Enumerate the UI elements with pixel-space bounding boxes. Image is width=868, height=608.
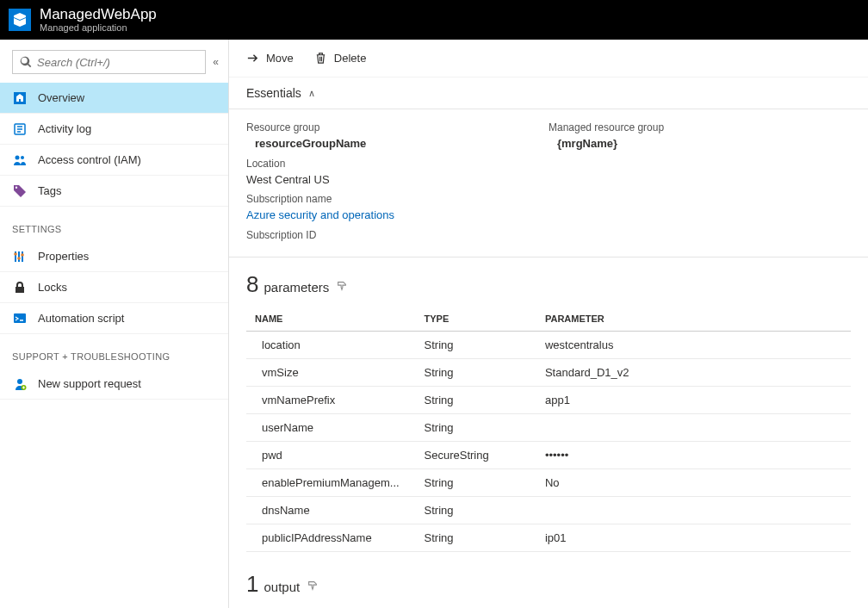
toolbar: Move Delete xyxy=(229,40,868,78)
location-value: West Central US xyxy=(246,171,549,189)
sidebar-item-label: Automation script xyxy=(38,312,124,325)
table-row[interactable]: dnsNameString xyxy=(246,496,851,524)
resource-group-label: Resource group xyxy=(246,120,549,135)
cell-type: String xyxy=(416,386,536,413)
col-type: TYPE xyxy=(416,307,536,332)
cell-param: ip01 xyxy=(536,524,851,551)
subscription-name-link[interactable]: Azure security and operations xyxy=(246,207,549,224)
svg-point-8 xyxy=(17,379,22,384)
sidebar-item-label: Activity log xyxy=(38,122,91,135)
parameters-count: 8 xyxy=(246,271,258,298)
sidebar-item-label: New support request xyxy=(38,377,141,390)
delete-button[interactable]: Delete xyxy=(314,52,367,65)
sidebar: « Overview Activity log Access control (… xyxy=(0,40,229,608)
sidebar-item-new-support[interactable]: New support request xyxy=(0,369,228,400)
top-bar: ManagedWebApp Managed application xyxy=(0,0,868,40)
essentials-toggle[interactable]: Essentials ∧ xyxy=(229,78,868,109)
subscription-name-label: Subscription name xyxy=(246,191,549,207)
pin-icon[interactable] xyxy=(336,280,348,295)
parameters-table: NAME TYPE PARAMETER locationStringwestce… xyxy=(246,307,851,552)
managed-rg-label: Managed resource group xyxy=(549,120,851,135)
table-row[interactable]: userNameString xyxy=(246,413,851,441)
cell-type: String xyxy=(416,413,536,441)
page-title: ManagedWebApp xyxy=(40,6,157,23)
cell-name: location xyxy=(246,331,416,358)
cell-type: String xyxy=(416,468,536,496)
svg-point-6 xyxy=(21,253,24,257)
svg-point-4 xyxy=(14,252,17,256)
svg-point-2 xyxy=(16,155,20,159)
cell-name: pwd xyxy=(246,441,416,468)
sidebar-item-label: Overview xyxy=(38,91,84,104)
cell-type: String xyxy=(416,358,536,386)
svg-point-5 xyxy=(17,257,21,260)
cell-param: No xyxy=(536,468,851,496)
cell-name: enablePremiumManagem... xyxy=(246,468,416,496)
move-button[interactable]: Move xyxy=(246,52,294,65)
outputs-section: 1 output NAME TYPE OUTPUT applicationEnd… xyxy=(229,557,868,609)
parameters-section: 8 parameters NAME TYPE PARAMETER locatio… xyxy=(229,257,868,557)
cell-param: •••••• xyxy=(536,441,851,468)
table-row[interactable]: enablePremiumManagem...StringNo xyxy=(246,468,851,496)
trash-icon xyxy=(314,52,327,65)
cell-param: westcentralus xyxy=(536,331,851,358)
search-icon xyxy=(20,56,32,68)
essentials-label: Essentials xyxy=(246,86,301,100)
activity-log-icon xyxy=(12,121,28,137)
essentials-panel: Resource group resourceGroupName Locatio… xyxy=(229,109,868,257)
managed-rg-value: {mrgName} xyxy=(549,135,851,152)
topbar-titles: ManagedWebApp Managed application xyxy=(40,6,157,34)
outputs-count: 1 xyxy=(246,571,258,598)
properties-icon xyxy=(12,249,28,264)
outputs-title: output xyxy=(264,580,300,594)
collapse-sidebar-button[interactable]: « xyxy=(213,56,216,68)
sidebar-item-overview[interactable]: Overview xyxy=(0,83,228,114)
resource-group-value: resourceGroupName xyxy=(246,135,549,152)
cell-type: String xyxy=(416,331,536,358)
cell-param: Standard_D1_v2 xyxy=(536,358,851,386)
sidebar-item-activity-log[interactable]: Activity log xyxy=(0,114,228,145)
col-parameter: PARAMETER xyxy=(536,307,851,332)
sidebar-item-locks[interactable]: Locks xyxy=(0,272,228,303)
automation-script-icon xyxy=(12,311,28,326)
sidebar-item-tags[interactable]: Tags xyxy=(0,176,228,207)
cell-name: userName xyxy=(246,413,416,441)
resource-type-icon xyxy=(9,9,31,31)
parameters-title: parameters xyxy=(264,280,329,295)
page-subtitle: Managed application xyxy=(40,22,157,34)
table-row[interactable]: locationStringwestcentralus xyxy=(246,331,851,358)
cell-name: vmNamePrefix xyxy=(246,386,416,413)
sidebar-item-access-control[interactable]: Access control (IAM) xyxy=(0,145,228,176)
cell-name: dnsName xyxy=(246,496,416,524)
sidebar-item-automation-script[interactable]: Automation script xyxy=(0,303,228,334)
table-row[interactable]: vmSizeStringStandard_D1_v2 xyxy=(246,358,851,386)
cell-param xyxy=(536,496,851,524)
col-name: NAME xyxy=(246,307,416,332)
tag-icon xyxy=(12,183,28,199)
subscription-id-label: Subscription ID xyxy=(246,227,549,243)
search-box[interactable] xyxy=(12,50,206,74)
table-row[interactable]: publicIPAddressNameStringip01 xyxy=(246,524,851,551)
svg-rect-7 xyxy=(14,313,26,323)
search-input[interactable] xyxy=(37,56,198,69)
pin-icon[interactable] xyxy=(307,580,319,594)
sidebar-item-properties[interactable]: Properties xyxy=(0,241,228,272)
cell-name: publicIPAddressName xyxy=(246,524,416,551)
sidebar-item-label: Locks xyxy=(38,281,67,294)
cell-type: String xyxy=(416,496,536,524)
delete-label: Delete xyxy=(334,52,367,65)
arrow-right-icon xyxy=(246,52,259,65)
sidebar-item-label: Properties xyxy=(38,250,89,263)
table-row[interactable]: pwdSecureString•••••• xyxy=(246,441,851,468)
cell-type: SecureString xyxy=(416,441,536,468)
lock-icon xyxy=(12,280,28,295)
move-label: Move xyxy=(266,52,294,65)
table-row[interactable]: vmNamePrefixStringapp1 xyxy=(246,386,851,413)
support-icon xyxy=(12,376,28,392)
cell-param xyxy=(536,413,851,441)
overview-icon xyxy=(12,90,28,106)
sidebar-item-label: Access control (IAM) xyxy=(38,153,141,166)
svg-point-3 xyxy=(21,156,24,159)
section-header-settings: SETTINGS xyxy=(0,207,228,241)
chevron-up-icon: ∧ xyxy=(308,88,315,99)
